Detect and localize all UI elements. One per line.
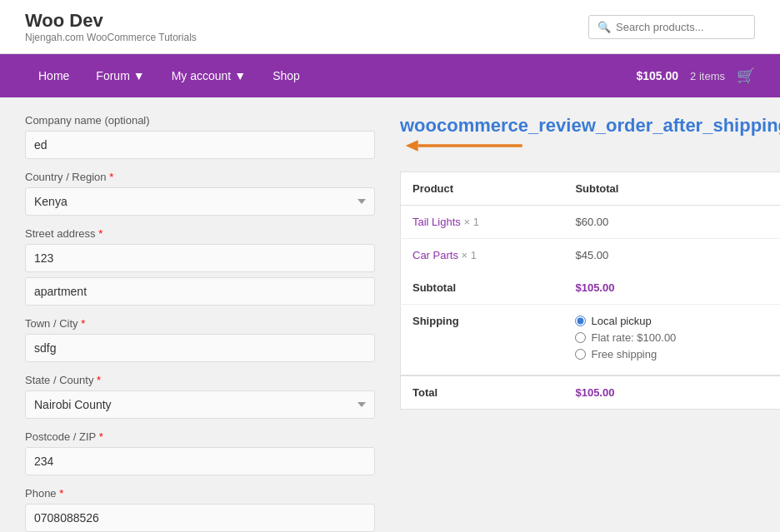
nav-item-forum[interactable]: Forum ▼ <box>82 54 158 97</box>
nav-item-home[interactable]: Home <box>25 54 82 97</box>
shipping-option-2-label: Free shipping <box>591 348 657 360</box>
order-item-row: Car Parts × 1 $45.00 <box>401 238 781 271</box>
nav-cart: $105.00 2 items 🛒 <box>636 67 755 85</box>
shipping-option-2: Free shipping <box>575 348 777 360</box>
order-item-row: Tail Lights × 1 $60.00 <box>401 205 781 238</box>
order-table: Product Subtotal Tail Lights × 1 $60.00 … <box>400 172 780 410</box>
site-tagline: Njengah.com WooCommerce Tutorials <box>25 32 197 43</box>
col-subtotal: Subtotal <box>563 172 780 205</box>
street-required: * <box>98 227 102 240</box>
city-field-group: Town / City * <box>25 317 375 362</box>
site-title: Woo Dev <box>25 10 197 32</box>
phone-field-group: Phone * <box>25 487 375 532</box>
order-item-price-0: $60.00 <box>563 205 780 238</box>
form-section: Company name (optional) Country / Region… <box>25 114 375 532</box>
state-select[interactable]: Nairobi County <box>25 390 375 419</box>
postcode-required: * <box>99 430 103 443</box>
shipping-option-0: Local pickup <box>575 315 777 327</box>
street-input[interactable] <box>25 244 375 272</box>
order-section: woocommerce_review_order_after_shipping … <box>400 114 780 532</box>
shipping-option-1: Flat rate: $100.00 <box>575 331 777 344</box>
city-label: Town / City * <box>25 317 375 330</box>
postcode-label: Postcode / ZIP * <box>25 430 375 443</box>
shipping-radio-flat[interactable] <box>575 332 586 343</box>
state-label: State / County * <box>25 374 375 386</box>
phone-label: Phone * <box>25 487 375 500</box>
postcode-field-group: Postcode / ZIP * <box>25 430 375 475</box>
street-field-group: Street address * <box>25 227 375 306</box>
arrow-icon <box>400 133 533 158</box>
company-field-group: Company name (optional) <box>25 114 375 159</box>
forum-dropdown-icon: ▼ <box>133 69 145 82</box>
order-item-name-0: Tail Lights × 1 <box>401 205 564 238</box>
shipping-options: Local pickup Flat rate: $100.00 Free shi… <box>563 304 780 375</box>
shipping-option-1-label: Flat rate: $100.00 <box>591 331 676 344</box>
subtotal-row: Subtotal $105.00 <box>401 271 781 305</box>
nav-links: Home Forum ▼ My account ▼ Shop <box>25 54 313 97</box>
phone-input[interactable] <box>25 504 375 532</box>
nav-label-home: Home <box>38 69 69 82</box>
company-label: Company name (optional) <box>25 114 375 127</box>
shipping-row: Shipping Local pickup Flat rate: $100.00 <box>401 304 781 375</box>
state-required: * <box>97 374 101 386</box>
shipping-label: Shipping <box>401 304 564 375</box>
top-bar: Woo Dev Njengah.com WooCommerce Tutorial… <box>0 0 780 54</box>
shipping-radio-free[interactable] <box>575 349 586 360</box>
country-select[interactable]: Kenya <box>25 187 375 216</box>
city-required: * <box>81 317 85 330</box>
company-input[interactable] <box>25 131 375 159</box>
subtotal-label: Subtotal <box>401 271 564 305</box>
country-field-group: Country / Region * Kenya <box>25 171 375 216</box>
svg-marker-1 <box>406 140 418 151</box>
search-input[interactable] <box>616 21 746 33</box>
order-table-header: Product Subtotal <box>401 172 781 205</box>
postcode-input[interactable] <box>25 447 375 475</box>
site-branding: Woo Dev Njengah.com WooCommerce Tutorial… <box>25 10 197 43</box>
country-label: Country / Region * <box>25 171 375 183</box>
order-item-price-1: $45.00 <box>563 238 780 271</box>
search-box[interactable]: 🔍 <box>588 15 755 39</box>
phone-required: * <box>59 487 63 500</box>
nav-item-myaccount[interactable]: My account ▼ <box>158 54 259 97</box>
cart-count: 2 items <box>690 70 725 82</box>
order-item-name-1: Car Parts × 1 <box>401 238 564 271</box>
cart-icon[interactable]: 🛒 <box>737 67 755 85</box>
shipping-option-0-label: Local pickup <box>591 315 651 327</box>
country-required: * <box>109 171 113 183</box>
nav-label-shop: Shop <box>272 69 300 82</box>
total-value: $105.00 <box>563 375 780 410</box>
total-label: Total <box>401 375 564 410</box>
cart-total: $105.00 <box>636 69 678 82</box>
main-content: Company name (optional) Country / Region… <box>0 97 780 532</box>
subtotal-value: $105.00 <box>563 271 780 305</box>
shipping-radio-local[interactable] <box>575 316 586 326</box>
nav-label-forum: Forum <box>96 69 129 82</box>
nav-bar: Home Forum ▼ My account ▼ Shop $105.00 2… <box>0 54 780 97</box>
nav-item-shop[interactable]: Shop <box>259 54 313 97</box>
state-field-group: State / County * Nairobi County <box>25 374 375 419</box>
city-input[interactable] <box>25 334 375 362</box>
nav-label-myaccount: My account <box>172 69 232 82</box>
col-product: Product <box>401 172 564 205</box>
apartment-input[interactable] <box>25 277 375 306</box>
street-label: Street address * <box>25 227 375 240</box>
myaccount-dropdown-icon: ▼ <box>234 69 246 82</box>
total-row: Total $105.00 <box>401 375 781 410</box>
search-icon: 🔍 <box>598 21 611 33</box>
